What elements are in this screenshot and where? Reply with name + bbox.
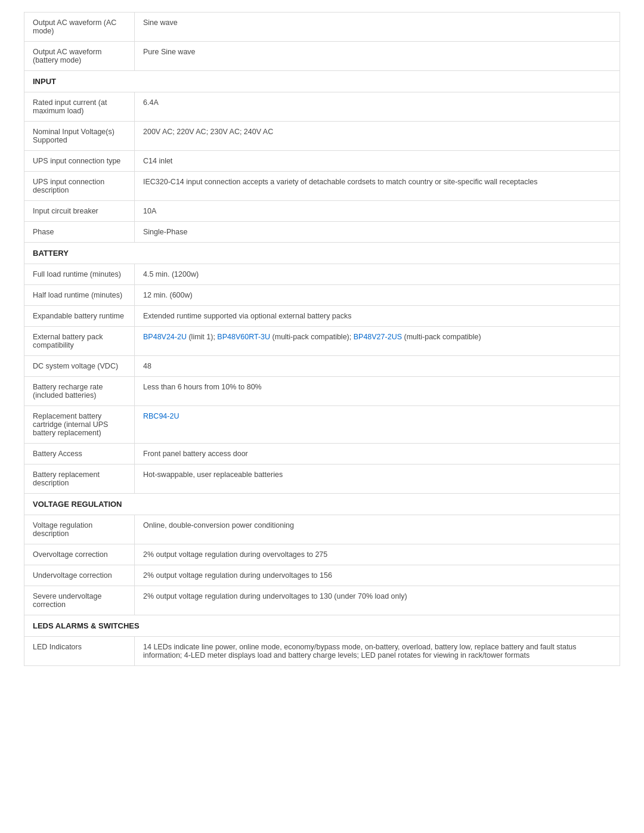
spec-label: Phase [24,222,135,243]
spec-label: Expandable battery runtime [24,306,135,327]
table-row: Rated input current (at maximum load)6.4… [24,92,620,122]
table-row: Expandable battery runtimeExtended runti… [24,306,620,327]
spec-label: LED Indicators [24,637,135,666]
section-header: INPUT [24,71,620,92]
spec-label: Input circuit breaker [24,201,135,222]
table-row: Input circuit breaker10A [24,201,620,222]
spec-value: Single-Phase [135,222,620,243]
spec-label: Severe undervoltage correction [24,586,135,615]
table-row: Nominal Input Voltage(s) Supported200V A… [24,122,620,151]
spec-value: 2% output voltage regulation during over… [135,544,620,565]
table-row: LED Indicators14 LEDs indicate line powe… [24,637,620,666]
section-header: VOLTAGE REGULATION [24,494,620,515]
section-header: LEDS ALARMS & SWITCHES [24,615,620,637]
spec-value: 200V AC; 220V AC; 230V AC; 240V AC [135,122,620,151]
table-row: Replacement battery cartridge (internal … [24,406,620,444]
spec-label: Rated input current (at maximum load) [24,92,135,122]
spec-value: IEC320-C14 input connection accepts a va… [135,172,620,201]
spec-table: Output AC waveform (AC mode)Sine waveOut… [24,12,620,666]
spec-label: Half load runtime (minutes) [24,285,135,306]
spec-link[interactable]: BP48V27-2US [354,333,402,341]
spec-label: Nominal Input Voltage(s) Supported [24,122,135,151]
spec-value: Extended runtime supported via optional … [135,306,620,327]
spec-value: 14 LEDs indicate line power, online mode… [135,637,620,666]
spec-value: 6.4A [135,92,620,122]
spec-value: RBC94-2U [135,406,620,444]
spec-value: Pure Sine wave [135,42,620,71]
spec-label: Full load runtime (minutes) [24,264,135,285]
table-row: UPS input connection typeC14 inlet [24,151,620,172]
spec-label: Output AC waveform (AC mode) [24,13,135,42]
table-row: Overvoltage correction2% output voltage … [24,544,620,565]
table-row: External battery pack compatibilityBP48V… [24,327,620,356]
spec-label: Undervoltage correction [24,565,135,586]
table-row: Battery AccessFront panel battery access… [24,444,620,465]
spec-value: Front panel battery access door [135,444,620,465]
table-row: PhaseSingle-Phase [24,222,620,243]
spec-value: 2% output voltage regulation during unde… [135,565,620,586]
spec-link[interactable]: RBC94-2U [143,412,179,420]
spec-link[interactable]: BP48V24-2U [143,333,187,341]
spec-link[interactable]: BP48V60RT-3U [217,333,270,341]
spec-value: 10A [135,201,620,222]
spec-value: C14 inlet [135,151,620,172]
spec-label: UPS input connection description [24,172,135,201]
table-row: Severe undervoltage correction2% output … [24,586,620,615]
spec-label: Battery replacement description [24,465,135,494]
spec-value: Hot-swappable, user replaceable batterie… [135,465,620,494]
spec-label: Replacement battery cartridge (internal … [24,406,135,444]
spec-value: 4.5 min. (1200w) [135,264,620,285]
table-row: DC system voltage (VDC)48 [24,356,620,377]
table-row: Output AC waveform (AC mode)Sine wave [24,13,620,42]
spec-value: Sine wave [135,13,620,42]
spec-label: Battery Access [24,444,135,465]
spec-value: Less than 6 hours from 10% to 80% [135,377,620,406]
spec-label: DC system voltage (VDC) [24,356,135,377]
table-row: Undervoltage correction2% output voltage… [24,565,620,586]
spec-value: 12 min. (600w) [135,285,620,306]
table-row: UPS input connection descriptionIEC320-C… [24,172,620,201]
spec-label: Overvoltage correction [24,544,135,565]
table-row: Output AC waveform (battery mode)Pure Si… [24,42,620,71]
spec-label: Voltage regulation description [24,515,135,544]
spec-value: 48 [135,356,620,377]
spec-value: Online, double-conversion power conditio… [135,515,620,544]
spec-label: UPS input connection type [24,151,135,172]
table-row: Voltage regulation descriptionOnline, do… [24,515,620,544]
table-row: Battery replacement descriptionHot-swapp… [24,465,620,494]
table-row: Half load runtime (minutes)12 min. (600w… [24,285,620,306]
table-row: Battery recharge rate (included batterie… [24,377,620,406]
section-header: BATTERY [24,243,620,264]
spec-label: Output AC waveform (battery mode) [24,42,135,71]
spec-label: Battery recharge rate (included batterie… [24,377,135,406]
table-row: Full load runtime (minutes)4.5 min. (120… [24,264,620,285]
spec-value: 2% output voltage regulation during unde… [135,586,620,615]
spec-label: External battery pack compatibility [24,327,135,356]
spec-value: BP48V24-2U (limit 1); BP48V60RT-3U (mult… [135,327,620,356]
